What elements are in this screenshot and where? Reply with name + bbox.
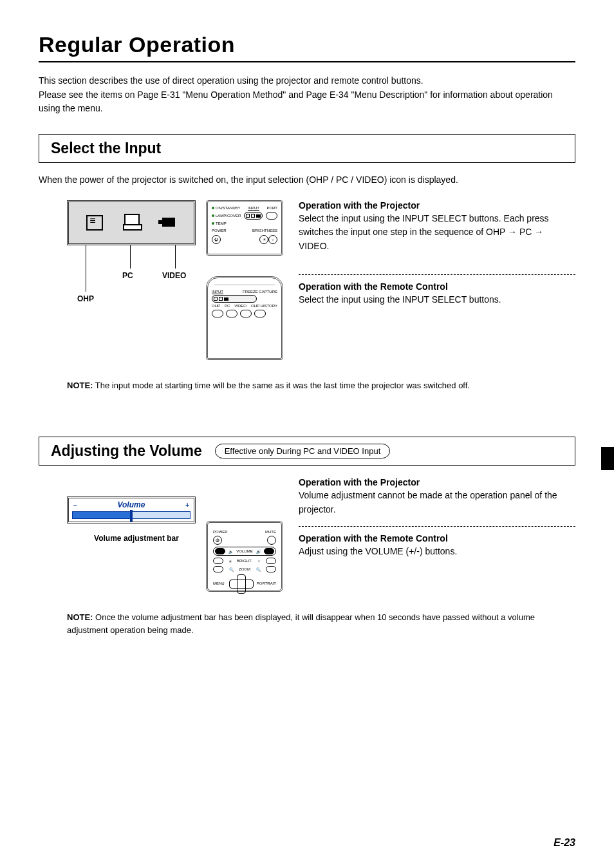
remote-label-ohp: OHP: [212, 304, 220, 308]
remote-ohp-button: [212, 310, 223, 317]
side-tab-marker: [601, 447, 614, 470]
panel-input-button: [244, 212, 263, 220]
sec1-remote-body: Select the input using the INPUT SELECT …: [299, 293, 575, 307]
select-input-lead: When the power of the projector is switc…: [39, 173, 575, 187]
sec1-remote-heading: Operation with the Remote Control: [299, 281, 575, 292]
video-icon: [158, 214, 178, 232]
sec2-projector-body: Volume adjustment cannot be made at the …: [299, 489, 575, 516]
pc-icon: [122, 214, 141, 232]
panel-brightness-plus: ☼: [268, 235, 277, 244]
remote-label-pc: PC: [225, 304, 230, 308]
sec1-projector-heading: Operation with the Projector: [299, 200, 575, 211]
volume-track: [72, 511, 191, 519]
panel-input-label: INPUT: [248, 206, 259, 211]
panel-power-label: POWER: [212, 229, 227, 233]
remote2-volume-label: VOLUME: [236, 549, 252, 553]
intro-text: This section describes the use of direct…: [39, 74, 575, 116]
remote-video-button: [240, 310, 252, 317]
ohp-icon: [85, 214, 104, 232]
panel-led-lamp: LAMP/COVER: [216, 214, 241, 218]
volume-bar-caption: Volume adjustment bar: [67, 534, 206, 543]
volume-minus-label: –: [73, 502, 77, 509]
callout-ohp: OHP: [77, 294, 94, 303]
projector-panel-diagram: ON/STANDBY INPUT PORT LAMP/COVER TEMP PO…: [206, 200, 283, 256]
remote-input-label: INPUT: [212, 290, 223, 294]
remote-volume-diagram: POWER MUTE ⏻ 🔈 VOLUME 🔊 ☀ BRIGHT. ☼: [206, 521, 283, 592]
remote2-menu-label: MENU: [213, 581, 225, 585]
section-volume-title: Adjusting the Volume: [51, 442, 202, 460]
remote2-zoom-label: ZOOM: [239, 567, 250, 571]
remote2-portrait-label: PORTRAIT: [257, 581, 276, 585]
volume-plus-label: +: [185, 502, 189, 509]
panel-led-standby: ON/STANDBY: [216, 206, 241, 210]
section1-note: NOTE: The input mode at starting time wi…: [39, 379, 575, 392]
remote-pc-button: [226, 310, 237, 317]
remote-input-cluster: [212, 295, 257, 303]
panel-brightness-minus: ☀: [259, 235, 268, 244]
sec2-remote-body: Adjust using the VOLUME (+/-) buttons.: [299, 545, 575, 559]
remote-freeze-label: FREEZE CAPTURE: [243, 290, 277, 294]
dashed-separator-2: [299, 526, 575, 527]
note2-label: NOTE:: [67, 612, 93, 622]
remote2-zoom-plus: [266, 566, 276, 572]
callout-video: VIDEO: [162, 271, 186, 280]
panel-power-button: ⏻: [212, 235, 221, 244]
section2-note: NOTE: Once the volume adjustment bar has…: [39, 611, 575, 636]
callout-pc: PC: [122, 271, 133, 280]
remote-ohp-history-button: [254, 310, 266, 317]
volume-bar-title: Volume: [117, 500, 145, 509]
sec1-projector-body: Select the input using the INPUT SELECT …: [299, 212, 575, 254]
section-select-input-title: Select the Input: [51, 140, 161, 157]
remote2-dpad: [229, 574, 252, 592]
note2-body: Once the volume adjustment bar has been …: [67, 612, 535, 635]
sec2-projector-heading: Operation with the Projector: [299, 477, 575, 487]
remote2-power-label: POWER: [213, 530, 228, 534]
volume-condition-pill: Effective only During PC and VIDEO Input: [215, 444, 391, 458]
remote2-bright-label: BRIGHT.: [237, 559, 252, 563]
page-title: Regular Operation: [39, 32, 575, 62]
remote2-bright-minus: [213, 558, 223, 564]
sec2-remote-heading: Operation with the Remote Control: [299, 533, 575, 543]
panel-led-temp: TEMP: [216, 222, 227, 225]
remote2-zoom-minus: [213, 566, 223, 572]
remote2-volume-minus: [215, 548, 225, 554]
remote2-bright-plus: [266, 558, 276, 564]
section-select-input-header: Select the Input: [39, 134, 575, 163]
note-body: The input mode at starting time will be …: [93, 381, 470, 390]
panel-port-button: [266, 212, 277, 220]
intro-line-2: Please see the items on Page E-31 "Menu …: [39, 88, 575, 116]
section-volume-header: Adjusting the Volume Effective only Duri…: [39, 437, 575, 466]
page-number: E-23: [554, 837, 575, 849]
input-icons-diagram: PC VIDEO OHP: [39, 200, 206, 303]
dashed-separator: [299, 274, 575, 275]
remote2-mute-button: [267, 536, 276, 545]
panel-port-label: PORT: [266, 206, 277, 211]
remote-label-ohp-history: OHP HISTORY: [251, 304, 277, 308]
intro-line-1: This section describes the use of direct…: [39, 74, 575, 88]
remote-label-video: VIDEO: [234, 304, 247, 308]
remote2-power-button: ⏻: [213, 536, 222, 545]
remote-input-diagram: INPUT FREEZE CAPTURE OHP PC VIDEO OHP HI…: [206, 276, 283, 360]
note-label: NOTE:: [67, 381, 93, 390]
panel-brightness-label: BRIGHTNESS: [252, 229, 277, 233]
remote2-mute-label: MUTE: [265, 530, 276, 534]
volume-bar-diagram: – Volume +: [67, 496, 196, 524]
remote2-volume-plus: [264, 548, 274, 554]
